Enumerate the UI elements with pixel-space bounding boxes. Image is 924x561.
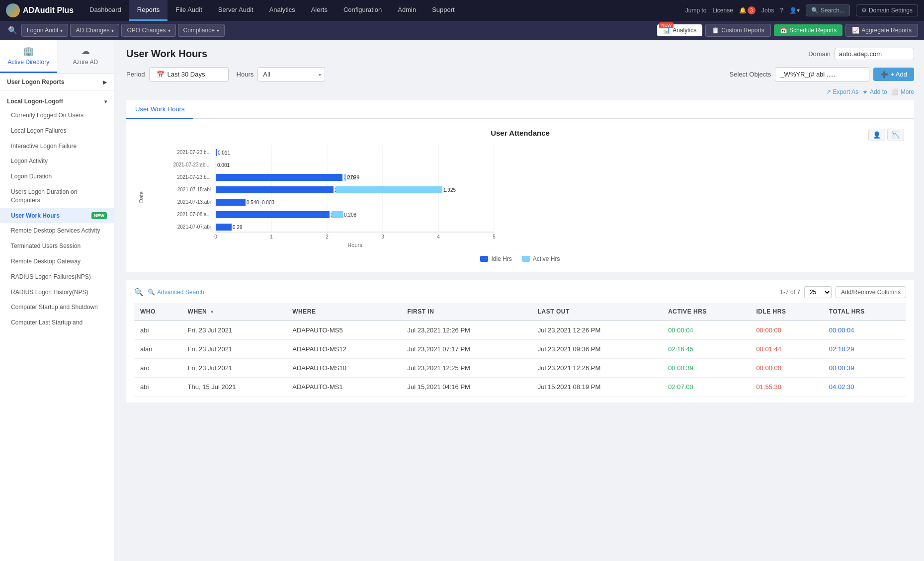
custom-reports-icon: 📋: [712, 27, 719, 34]
search-icon: 🔍: [811, 7, 819, 14]
sidebar-item-computer-last-startup[interactable]: Computer Last Startup and: [0, 315, 114, 330]
svg-rect-23: [216, 199, 246, 206]
gpo-changes-dropdown[interactable]: GPO Changes ▾: [121, 24, 175, 37]
cell-where: ADAPAUTO-MS10: [286, 359, 401, 378]
new-badge-work-hours: NEW: [91, 212, 107, 220]
second-nav: 🔍 Logon Audit ▾ AD Changes ▾ GPO Changes…: [0, 21, 924, 40]
analytics-label: Analytics: [672, 27, 696, 34]
svg-text:0.003: 0.003: [262, 200, 274, 205]
nav-tab-reports[interactable]: Reports: [129, 0, 168, 21]
jobs-link[interactable]: Jobs: [761, 7, 774, 14]
compliance-dropdown[interactable]: Compliance ▾: [178, 24, 225, 37]
ad-changes-dropdown[interactable]: AD Changes ▾: [70, 24, 119, 37]
advanced-search-button[interactable]: 🔍 Advanced Search: [148, 289, 204, 296]
content-area: User Work Hours Domain auto.adap.com Per…: [116, 40, 924, 561]
help-link[interactable]: ?: [780, 7, 783, 14]
user-icon[interactable]: 👤▾: [789, 7, 800, 14]
col-when[interactable]: WHEN ▾: [182, 303, 287, 321]
notifications[interactable]: 🔔3: [739, 6, 756, 14]
report-tab-user-work-hours[interactable]: User Work Hours: [126, 100, 193, 119]
aggregate-icon: 📈: [852, 27, 859, 34]
cell-idle-hrs: 00:00:00: [750, 359, 823, 378]
period-filter-group: Period 📅 Last 30 Days: [126, 67, 229, 81]
table-row: aro Fri, 23 Jul 2021 ADAPAUTO-MS10 Jul 2…: [134, 359, 906, 378]
nav-tab-file-audit[interactable]: File Audit: [168, 0, 210, 21]
period-button[interactable]: 📅 Last 30 Days: [149, 67, 229, 81]
sidebar-item-remote-desktop-gateway[interactable]: Remote Desktop Gateway: [0, 254, 114, 269]
more-link[interactable]: ⬜ More: [891, 88, 914, 95]
table-toolbar: 🔍 🔍 Advanced Search 1-7 of 7 25 50 100 A…: [134, 286, 906, 298]
action-bar: ↗ Export As ★ Add to ⬜ More: [126, 88, 914, 95]
sidebar-item-remote-desktop-services[interactable]: Remote Desktop Services Activity: [0, 223, 114, 239]
schedule-reports-label: Schedule Reports: [789, 27, 837, 34]
custom-reports-button[interactable]: 📋 Custom Reports: [705, 24, 771, 37]
chart-type-icon[interactable]: 📉: [887, 129, 904, 141]
nav-tab-alerts[interactable]: Alerts: [303, 0, 336, 21]
select-objects-input[interactable]: [775, 67, 869, 81]
sidebar-item-terminated-users-session[interactable]: Terminated Users Session: [0, 239, 114, 254]
second-nav-search-icon[interactable]: 🔍: [6, 24, 19, 37]
cell-when: Fri, 23 Jul 2021: [182, 359, 287, 378]
hours-select-wrap: All Business Hours After Hours ▾: [257, 67, 325, 81]
hours-select[interactable]: All Business Hours After Hours: [257, 67, 325, 81]
svg-text:Hours: Hours: [347, 242, 362, 248]
logon-audit-dropdown[interactable]: Logon Audit ▾: [21, 24, 68, 37]
nav-tab-admin[interactable]: Admin: [390, 0, 424, 21]
top-bar-left: ADAudit Plus Dashboard Reports File Audi…: [6, 0, 463, 21]
svg-text:2021-07-13:abi: 2021-07-13:abi: [177, 199, 211, 205]
domain-settings-button[interactable]: ⚙ Domain Settings: [856, 4, 918, 16]
sidebar-item-radius-logon-nps[interactable]: RADIUS Logon Failures(NPS): [0, 269, 114, 285]
add-button[interactable]: ➕ + Add: [873, 68, 914, 81]
analytics-button[interactable]: NEW 📊 Analytics: [657, 24, 702, 36]
jump-to-link[interactable]: Jump to: [685, 7, 707, 14]
license-link[interactable]: License: [713, 7, 733, 14]
sidebar-item-local-logon-failures[interactable]: Local Logon Failures: [0, 123, 114, 139]
add-to-link[interactable]: ★ Add to: [862, 88, 887, 95]
panel-tab-active-directory[interactable]: 🏢 Active Directory: [0, 40, 57, 73]
col-first-in: FIRST IN: [401, 303, 531, 321]
add-remove-columns-button[interactable]: Add/Remove Columns: [836, 286, 906, 298]
sidebar-item-users-logon-duration[interactable]: Users Logon Duration on Computers: [0, 184, 114, 208]
cell-idle-hrs: 00:00:00: [750, 321, 823, 340]
sidebar-item-computer-startup-shutdown[interactable]: Computer Startup and Shutdown: [0, 300, 114, 315]
panel-tabs: 🏢 Active Directory ☁ Azure AD: [0, 40, 114, 74]
sidebar-item-user-work-hours[interactable]: User Work Hours NEW: [0, 208, 114, 224]
add-remove-cols-label: Add/Remove Columns: [841, 289, 901, 296]
panel-tab-azure-ad[interactable]: ☁ Azure AD: [57, 40, 114, 73]
search-button[interactable]: 🔍 Search...: [806, 4, 850, 16]
nav-tab-support[interactable]: Support: [424, 0, 463, 21]
cell-total-hrs: 04:02:30: [823, 378, 906, 397]
ad-changes-label: AD Changes: [76, 27, 109, 34]
per-page-select[interactable]: 25 50 100: [804, 286, 832, 298]
domain-select[interactable]: auto.adap.com: [835, 48, 914, 60]
nav-tab-dashboard[interactable]: Dashboard: [82, 0, 129, 21]
export-as-link[interactable]: ↗ Export As: [826, 88, 858, 95]
svg-text:0.029: 0.029: [347, 175, 359, 180]
sidebar-item-interactive-logon-failure[interactable]: Interactive Logon Failure: [0, 139, 114, 154]
data-table: WHO WHEN ▾ WHERE FIRST IN: [134, 303, 906, 397]
cell-last-out: Jul 23,2021 12:26 PM: [532, 321, 662, 340]
cell-total-hrs: 02:18:29: [823, 340, 906, 359]
nav-tab-configuration[interactable]: Configuration: [336, 0, 390, 21]
section-arrow-icon: ▶: [103, 80, 107, 85]
sidebar-item-currently-logged-on[interactable]: Currently Logged On Users: [0, 108, 114, 123]
sidebar-section-user-logon[interactable]: User Logon Reports ▶: [0, 74, 114, 88]
svg-rect-15: [344, 174, 346, 181]
nav-tab-server-audit[interactable]: Server Audit: [210, 0, 261, 21]
sidebar-item-logon-activity[interactable]: Logon Activity: [0, 154, 114, 169]
sidebar-item-logon-duration[interactable]: Logon Duration: [0, 169, 114, 184]
content-header: User Work Hours Domain auto.adap.com: [126, 48, 914, 60]
cell-who: abi: [134, 321, 182, 340]
schedule-reports-button[interactable]: 📅 Schedule Reports: [774, 24, 842, 36]
sidebar-item-radius-history-nps[interactable]: RADIUS Logon History(NPS): [0, 285, 114, 300]
chart-legend: Idle Hrs Active Hrs: [136, 255, 904, 262]
table-search-button[interactable]: 🔍: [134, 288, 144, 297]
nav-tab-analytics[interactable]: Analytics: [261, 0, 303, 21]
star-icon: ★: [862, 88, 868, 95]
sidebar-section-local-logon[interactable]: Local Logon-Logoff ▾: [0, 93, 114, 108]
app-logo[interactable]: ADAudit Plus: [6, 3, 74, 17]
report-tabs: User Work Hours: [126, 100, 914, 119]
user-chart-icon[interactable]: 👤: [868, 129, 885, 141]
aggregate-reports-button[interactable]: 📈 Aggregate Reports: [845, 24, 918, 37]
col-active-hrs: ACTIVE HRS: [662, 303, 750, 321]
